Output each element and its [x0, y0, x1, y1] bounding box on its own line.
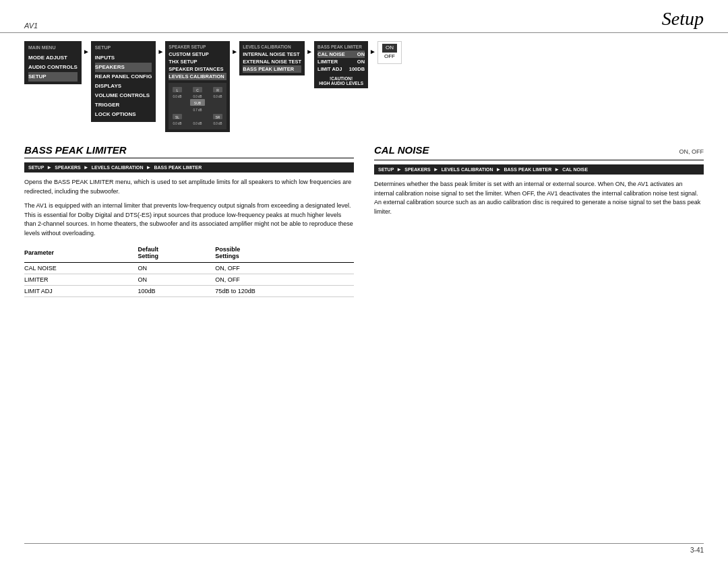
rbc-arrow-3: ► [496, 166, 502, 173]
table-row: LIMIT ADJ100dB75dB to 120dB [24, 286, 354, 297]
svg-text:SL: SL [175, 115, 179, 119]
arrow-4: ► [305, 48, 314, 55]
left-para2: The AV1 is equipped with an internal lim… [24, 201, 354, 238]
menu-bass[interactable]: BASS PEAK LIMITER CAL NOISEON LIMITERON … [314, 41, 368, 88]
onoff-box[interactable]: ON OFF [377, 41, 402, 64]
header: AV1 Setup [0, 0, 728, 33]
menu-setup-title: SETUP [95, 44, 152, 53]
page-number: 3-41 [690, 547, 704, 554]
header-left: AV1 [24, 22, 38, 30]
off-option[interactable]: OFF [382, 53, 397, 61]
svg-text:R: R [217, 88, 220, 92]
bc-setup: SETUP [28, 165, 44, 170]
page: AV1 Setup MAIN MENU MODE ADJUST AUDIO CO… [0, 0, 728, 562]
left-breadcrumb: SETUP ► SPEAKERS ► LEVELS CALIBRATION ► … [24, 162, 354, 173]
menu-setup-rear[interactable]: REAR PANEL CONFIG [95, 72, 152, 82]
table-cell-1: ON [138, 263, 216, 274]
menu-levels-external[interactable]: EXTERNAL NOISE TEST [243, 58, 301, 65]
right-section: CAL NOISE ON, OFF SETUP ► SPEAKERS ► LEV… [374, 144, 704, 297]
table-cell-0: CAL NOISE [24, 263, 138, 274]
header-right: Setup [662, 8, 704, 30]
menu-setup-inputs[interactable]: INPUTS [95, 53, 152, 63]
right-breadcrumb: SETUP ► SPEAKERS ► LEVELS CALIBRATION ► … [374, 164, 704, 175]
table-cell-0: LIMITER [24, 274, 138, 286]
caution-text: !CAUTION!HIGH AUDIO LEVELS [317, 76, 365, 86]
footer: 3-41 [24, 543, 704, 554]
menu-speaker-setup[interactable]: SPEAKER SETUP CUSTOM SETUP THX SETUP SPE… [165, 41, 230, 132]
svg-text:SUB: SUB [194, 101, 202, 105]
param-table: Parameter DefaultSetting PossibleSetting… [24, 245, 354, 297]
bc-bass: BASS PEAK LIMITER [154, 165, 202, 170]
menu-main-item-1[interactable]: MODE ADJUST [28, 53, 78, 63]
bc-speakers: SPEAKERS [55, 165, 81, 170]
menu-setup-trigger[interactable]: TRIGGER [95, 100, 152, 110]
menu-levels[interactable]: LEVELS CALIBRATION INTERNAL NOISE TEST E… [239, 41, 305, 75]
menu-bass-cal[interactable]: CAL NOISEON [317, 51, 365, 58]
menu-levels-title: LEVELS CALIBRATION [243, 44, 301, 50]
menu-setup-volume[interactable]: VOLUME CONTROLS [95, 91, 152, 100]
menu-bass-limiter[interactable]: LIMITERON [317, 58, 365, 65]
col-default: DefaultSetting [138, 245, 216, 263]
menu-levels-bass[interactable]: BASS PEAK LIMITER [243, 65, 301, 73]
menu-speaker-dist[interactable]: SPEAKER DISTANCES [169, 65, 226, 73]
table-cell-1: ON [138, 274, 216, 286]
menu-speaker-levels[interactable]: LEVELS CALIBRATION [169, 73, 226, 80]
svg-text:SR: SR [216, 115, 220, 119]
svg-text:0.0 dB: 0.0 dB [173, 95, 182, 98]
menu-setup[interactable]: SETUP INPUTS SPEAKERS REAR PANEL CONFIG … [91, 41, 156, 122]
menu-setup-speakers[interactable]: SPEAKERS [95, 63, 152, 72]
rbc-levels: LEVELS CALIBRATION [442, 167, 493, 172]
bc-levels: LEVELS CALIBRATION [92, 165, 144, 170]
right-para1: Determines whether the bass peak limiter… [374, 180, 704, 216]
table-cell-0: LIMIT ADJ [24, 286, 138, 297]
on-option[interactable]: ON [382, 44, 397, 53]
menu-speaker-custom[interactable]: CUSTOM SETUP [169, 51, 226, 58]
left-para1: Opens the BASS PEAK LIMITER menu, which … [24, 178, 354, 196]
menu-speaker-thx[interactable]: THX SETUP [169, 58, 226, 65]
menu-main[interactable]: MAIN MENU MODE ADJUST AUDIO CONTROLS SET… [24, 41, 82, 84]
menu-setup-displays[interactable]: DISPLAYS [95, 82, 152, 91]
svg-text:0.7 dB: 0.7 dB [193, 108, 202, 112]
left-section: BASS PEAK LIMITER SETUP ► SPEAKERS ► LEV… [24, 144, 354, 297]
right-section-title: CAL NOISE [374, 144, 429, 156]
menu-main-title: MAIN MENU [28, 44, 78, 53]
col-possible: PossibleSettings [215, 245, 354, 263]
table-cell-2: 75dB to 120dB [215, 286, 354, 297]
table-cell-2: ON, OFF [215, 263, 354, 274]
menu-bass-title: BASS PEAK LIMITER [317, 44, 365, 50]
nav-area: MAIN MENU MODE ADJUST AUDIO CONTROLS SET… [0, 41, 728, 132]
right-onoff-label: ON, OFF [679, 148, 704, 155]
speaker-diagram-svg: L C R SUB SL SR 0.0 dB [171, 86, 224, 126]
rbc-speakers: SPEAKERS [404, 167, 431, 172]
svg-text:L: L [177, 88, 179, 92]
menu-setup-lock[interactable]: LOCK OPTIONS [95, 110, 152, 119]
menu-levels-internal[interactable]: INTERNAL NOISE TEST [243, 51, 301, 58]
arrow-3: ► [230, 48, 239, 55]
rbc-arrow-2: ► [433, 166, 439, 173]
arrow-2: ► [156, 48, 165, 55]
main-content: BASS PEAK LIMITER SETUP ► SPEAKERS ► LEV… [0, 144, 728, 297]
table-row: LIMITERONON, OFF [24, 274, 354, 286]
rbc-arrow-4: ► [554, 166, 559, 173]
arrow-1: ► [82, 48, 91, 55]
rbc-bass: BASS PEAK LIMITER [504, 167, 552, 172]
menu-speaker-title: SPEAKER SETUP [169, 44, 226, 50]
menu-bass-limitadj[interactable]: LIMIT ADJ100dB [317, 65, 365, 73]
table-cell-2: ON, OFF [215, 274, 354, 286]
menu-chain: MAIN MENU MODE ADJUST AUDIO CONTROLS SET… [24, 41, 704, 132]
menu-main-item-2[interactable]: AUDIO CONTROLS [28, 63, 78, 72]
speaker-diagram: L C R SUB SL SR 0.0 dB [169, 83, 226, 129]
svg-text:0.0 dB: 0.0 dB [193, 95, 202, 98]
svg-text:0.0 dB: 0.0 dB [193, 122, 202, 125]
rbc-setup: SETUP [378, 167, 394, 172]
svg-text:0.0 dB: 0.0 dB [214, 122, 222, 125]
svg-text:C: C [197, 88, 200, 92]
left-section-title: BASS PEAK LIMITER [24, 144, 354, 158]
table-row: CAL NOISEONON, OFF [24, 263, 354, 274]
arrow-5: ► [368, 48, 377, 55]
menu-main-item-3[interactable]: SETUP [28, 72, 78, 82]
table-cell-1: 100dB [138, 286, 216, 297]
bc-arrow-3: ► [146, 164, 152, 170]
rbc-arrow-1: ► [396, 166, 402, 173]
svg-text:0.0 dB: 0.0 dB [214, 95, 222, 98]
